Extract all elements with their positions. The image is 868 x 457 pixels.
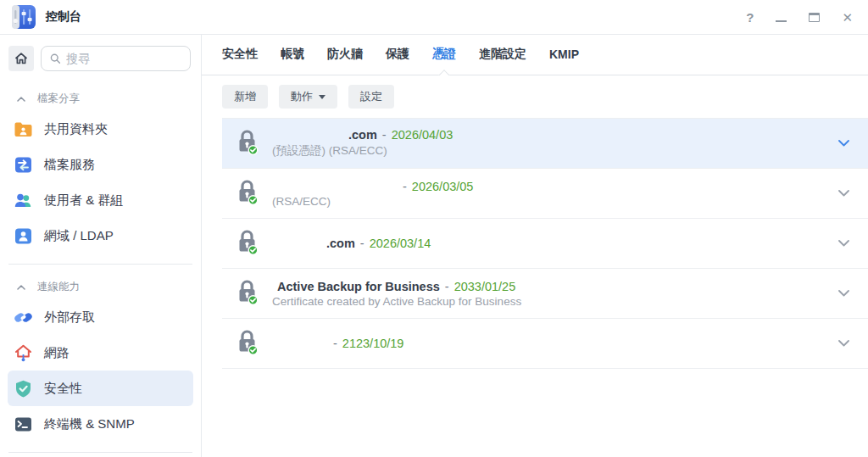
titlebar: 控制台 ? ✕: [0, 0, 868, 35]
sidebar-item-label: 共用資料夾: [44, 121, 108, 137]
sidebar: 檔案分享 共用資料夾: [0, 35, 202, 457]
action-dropdown-button[interactable]: 動作: [279, 85, 337, 109]
add-button[interactable]: 新增: [222, 85, 268, 109]
sidebar-item-security[interactable]: 安全性: [8, 371, 193, 406]
certificate-expiry-date: 2033/01/25: [454, 280, 516, 293]
sidebar-item-terminal-snmp[interactable]: 終端機 & SNMP: [8, 406, 193, 442]
redacted-name: [272, 247, 321, 248]
separator: -: [333, 337, 337, 350]
sidebar-item-file-services[interactable]: 檔案服務: [8, 147, 193, 182]
certificate-expiry-date: 2026/03/05: [412, 180, 474, 193]
certificate-row[interactable]: .com - 2026/03/14: [222, 219, 868, 269]
search-icon: [50, 53, 60, 64]
add-button-label: 新增: [234, 89, 256, 104]
section-header-connectivity[interactable]: 連線能力: [0, 273, 201, 299]
chevron-up-icon: [17, 285, 25, 290]
tab-protection[interactable]: 保護: [386, 35, 409, 75]
certificate-row[interactable]: .com - 2026/04/03 (預設憑證) (RSA/ECC): [222, 119, 868, 169]
section-label: 檔案分享: [37, 92, 80, 106]
user-group-icon: [14, 191, 33, 210]
toolbar: 新增 動作 設定: [202, 75, 868, 118]
home-icon: [14, 52, 28, 65]
sidebar-item-label: 使用者 & 群組: [44, 192, 123, 209]
sidebar-item-label: 安全性: [44, 381, 82, 397]
tab-security[interactable]: 安全性: [222, 35, 258, 75]
control-panel-app-icon: [12, 5, 36, 29]
main-panel: 安全性 帳號 防火牆 保護 憑證 進階設定 KMIP 新增 動作 設定: [202, 35, 868, 457]
certificate-name: .com: [326, 237, 355, 250]
close-button[interactable]: ✕: [842, 11, 853, 24]
sidebar-item-label: 網域 / LDAP: [44, 228, 114, 244]
shared-folder-icon: [14, 120, 33, 139]
search-input[interactable]: [66, 52, 181, 65]
separator: -: [403, 180, 407, 193]
tab-certificate[interactable]: 憑證: [432, 35, 456, 75]
section-label: 連線能力: [37, 280, 80, 294]
network-icon: [14, 343, 33, 363]
certificate-text: Active Backup for Business - 2033/01/25 …: [272, 280, 837, 308]
certificate-lock-icon: [236, 129, 259, 159]
section-header-file-sharing[interactable]: 檔案分享: [0, 85, 201, 111]
security-shield-icon: [14, 379, 33, 398]
sidebar-item-label: 終端機 & SNMP: [44, 416, 135, 432]
sidebar-item-shared-folder[interactable]: 共用資料夾: [8, 111, 193, 147]
sidebar-item-network[interactable]: 網路: [8, 335, 193, 371]
maximize-button[interactable]: [809, 11, 820, 24]
sidebar-item-domain-ldap[interactable]: 網域 / LDAP: [8, 218, 193, 254]
certificate-name: .com: [348, 128, 377, 142]
separator: -: [360, 237, 364, 250]
sidebar-search-row: [0, 35, 201, 81]
domain-ldap-icon: [14, 226, 33, 246]
terminal-icon: [14, 415, 33, 434]
redacted-name: [272, 190, 398, 191]
certificate-row[interactable]: - 2123/10/19: [222, 319, 868, 369]
window-title: 控制台: [46, 9, 81, 25]
certificate-expiry-date: 2026/03/14: [370, 237, 431, 250]
tab-firewall[interactable]: 防火牆: [327, 35, 363, 75]
expand-chevron-icon[interactable]: [837, 140, 849, 147]
external-access-icon: [14, 308, 33, 327]
sidebar-item-user-group[interactable]: 使用者 & 群組: [8, 182, 193, 218]
tab-account[interactable]: 帳號: [281, 35, 304, 75]
certificate-name: Active Backup for Business: [277, 280, 440, 293]
file-services-icon: [14, 155, 33, 175]
chevron-up-icon: [17, 97, 25, 102]
settings-button[interactable]: 設定: [348, 85, 394, 109]
sidebar-item-label: 檔案服務: [44, 157, 95, 173]
sidebar-nav: 檔案分享 共用資料夾: [0, 81, 201, 457]
expand-chevron-icon[interactable]: [837, 240, 849, 247]
maximize-icon: [809, 13, 820, 22]
separator: -: [382, 128, 387, 142]
search-box[interactable]: [41, 46, 191, 71]
action-button-label: 動作: [291, 89, 313, 104]
home-button[interactable]: [8, 46, 34, 71]
certificate-row[interactable]: - 2026/03/05 (RSA/ECC): [222, 169, 868, 219]
window-controls: ? ✕: [746, 11, 853, 24]
redacted-name: [272, 138, 343, 139]
certificate-lock-icon: [236, 179, 259, 209]
certificate-lock-icon: [236, 329, 259, 359]
tab-advanced[interactable]: 進階設定: [479, 35, 526, 75]
expand-chevron-icon[interactable]: [837, 340, 849, 347]
certificate-subtitle: Certificate created by Active Backup for…: [272, 295, 837, 308]
certificate-row[interactable]: Active Backup for Business - 2033/01/25 …: [222, 269, 868, 319]
minimize-icon: [776, 20, 787, 22]
sidebar-item-external-access[interactable]: 外部存取: [8, 299, 193, 335]
certificate-text: - 2123/10/19: [272, 337, 837, 350]
certificate-text: .com - 2026/03/14: [272, 237, 837, 250]
certificate-lock-icon: [236, 279, 259, 309]
expand-chevron-icon[interactable]: [837, 190, 849, 197]
tab-kmip[interactable]: KMIP: [549, 36, 579, 74]
control-panel-window: 控制台 ? ✕: [0, 0, 868, 457]
help-button[interactable]: ?: [746, 11, 754, 24]
minimize-button[interactable]: [776, 11, 787, 24]
separator: -: [445, 280, 449, 293]
sidebar-item-label: 網路: [44, 345, 70, 361]
certificate-expiry-date: 2026/04/03: [392, 128, 453, 142]
certificate-text: .com - 2026/04/03 (預設憑證) (RSA/ECC): [272, 128, 837, 159]
dropdown-caret-icon: [319, 95, 326, 99]
sidebar-divider: [8, 264, 192, 265]
expand-chevron-icon[interactable]: [837, 290, 849, 297]
sidebar-item-label: 外部存取: [44, 309, 95, 326]
certificate-expiry-date: 2123/10/19: [342, 337, 404, 350]
